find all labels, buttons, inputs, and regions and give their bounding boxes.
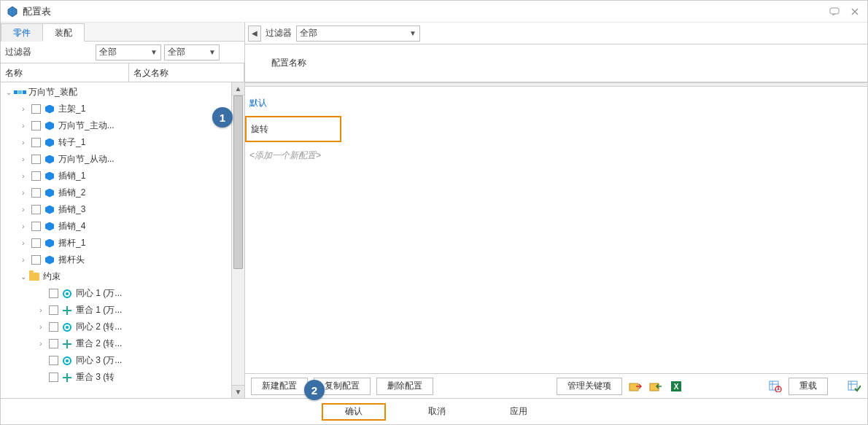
part-icon xyxy=(44,204,55,216)
new-config-button[interactable]: 新建配置 xyxy=(251,378,308,395)
speech-icon[interactable] xyxy=(828,5,841,18)
checkbox[interactable] xyxy=(31,155,41,164)
tree-scrollbar[interactable]: ▲ ▼ xyxy=(231,82,244,398)
tree-node[interactable]: ›主架_1 xyxy=(1,101,231,117)
tree-label: 约束 xyxy=(43,270,61,283)
tree-constraint[interactable]: ›同心 2 (转... xyxy=(1,319,231,335)
scroll-up-icon[interactable]: ▲ xyxy=(232,82,244,95)
checkbox[interactable] xyxy=(31,121,41,130)
tree-label: 重合 1 (万... xyxy=(76,304,122,316)
config-header: 配置名称 xyxy=(245,44,867,82)
table-check-icon[interactable] xyxy=(847,379,861,394)
concentric-icon xyxy=(61,288,73,300)
tree-node[interactable]: ›万向节_主动... xyxy=(1,117,231,134)
right-filter-row: ◀ 过滤器 全部 ▼ xyxy=(245,23,867,44)
expand-icon[interactable]: › xyxy=(18,189,28,197)
scroll-down-icon[interactable]: ▼ xyxy=(232,385,244,398)
checkbox[interactable] xyxy=(49,356,58,365)
part-icon xyxy=(44,254,55,266)
checkbox[interactable] xyxy=(31,104,41,114)
apply-button[interactable]: 应用 xyxy=(488,403,549,421)
tree-root[interactable]: ⌄ 万向节_装配 xyxy=(1,84,231,101)
tree-node[interactable]: ›摇杆头 xyxy=(1,252,231,268)
checkbox[interactable] xyxy=(49,305,58,315)
checkbox[interactable] xyxy=(31,238,41,248)
tree-constraint[interactable]: 重合 3 (转 xyxy=(1,369,231,386)
tree[interactable]: ⌄ 万向节_装配 ›主架_1 ›万向节_主动... ›转子_1 ›万向节_从动.… xyxy=(1,82,231,398)
scroll-track[interactable] xyxy=(232,95,244,385)
config-add-placeholder[interactable]: <添加一个新配置> xyxy=(245,142,867,168)
checkbox[interactable] xyxy=(49,322,58,332)
left-filter-combo-2[interactable]: 全部 ▼ xyxy=(164,44,220,61)
tab-assembly[interactable]: 装配 xyxy=(42,23,85,42)
checkbox[interactable] xyxy=(31,222,41,231)
checkbox[interactable] xyxy=(31,255,41,265)
tree-label: 重合 2 (转... xyxy=(76,338,122,350)
expand-icon[interactable]: › xyxy=(18,222,28,230)
tree-constraint[interactable]: 同心 3 (万... xyxy=(1,352,231,369)
tree-node[interactable]: ›插销_2 xyxy=(1,184,231,201)
reload-button[interactable]: 重载 xyxy=(788,378,828,395)
tree-node[interactable]: ›插销_1 xyxy=(1,168,231,184)
cancel-button[interactable]: 取消 xyxy=(406,403,468,421)
expand-icon[interactable]: › xyxy=(36,306,46,314)
manage-keys-button[interactable]: 管理关键项 xyxy=(557,378,622,395)
config-selected[interactable]: 旋转 xyxy=(245,116,341,142)
tree-header: 名称 名义名称 xyxy=(1,63,244,82)
tree-constraint[interactable]: 同心 1 (万... xyxy=(1,285,231,302)
expand-icon[interactable]: › xyxy=(18,206,28,214)
expand-icon[interactable]: › xyxy=(18,172,28,180)
tree-constraint[interactable]: ›重合 2 (转... xyxy=(1,335,231,352)
tree-constraints[interactable]: ⌄约束 xyxy=(1,268,231,285)
expand-icon[interactable]: ⌄ xyxy=(18,273,28,281)
expand-icon[interactable]: › xyxy=(36,340,46,348)
part-icon xyxy=(44,154,55,165)
expand-icon[interactable]: › xyxy=(18,239,28,247)
part-icon xyxy=(44,238,55,249)
expand-icon[interactable]: ⌄ xyxy=(4,88,14,96)
checkbox[interactable] xyxy=(31,171,41,181)
expand-icon[interactable]: › xyxy=(18,139,28,147)
folder-out-icon[interactable] xyxy=(628,379,643,394)
ok-button[interactable]: 确认 xyxy=(322,403,386,421)
expand-icon[interactable]: › xyxy=(18,105,28,113)
tree-node[interactable]: ›万向节_从动... xyxy=(1,151,231,168)
body: 零件 装配 过滤器 全部 ▼ 全部 ▼ 名称 名义名称 xyxy=(1,23,867,398)
checkbox[interactable] xyxy=(31,188,41,198)
expand-icon[interactable]: › xyxy=(18,155,28,163)
right-filter-combo[interactable]: 全部 ▼ xyxy=(296,26,420,42)
tree-node[interactable]: ›插销_4 xyxy=(1,218,231,235)
checkbox[interactable] xyxy=(49,373,58,382)
svg-text:X: X xyxy=(674,383,679,391)
window-title: 配置表 xyxy=(23,5,51,18)
tree-node[interactable]: ›摇杆_1 xyxy=(1,235,231,252)
table-sync-icon[interactable] xyxy=(768,379,783,394)
expand-icon[interactable]: › xyxy=(18,256,28,264)
app-icon xyxy=(7,6,18,17)
col-nominal[interactable]: 名义名称 xyxy=(129,63,244,82)
tree-node[interactable]: ›转子_1 xyxy=(1,134,231,151)
config-label: 默认 xyxy=(249,97,267,109)
tab-parts[interactable]: 零件 xyxy=(1,23,43,42)
chevron-down-icon: ▼ xyxy=(150,48,158,56)
col-name[interactable]: 名称 xyxy=(1,63,129,82)
checkbox[interactable] xyxy=(49,339,58,348)
right-toolbar: 新建配置 复制配置 删除配置 管理关键项 X 重载 xyxy=(245,373,867,398)
scroll-thumb[interactable] xyxy=(233,95,243,269)
part-icon xyxy=(44,120,55,132)
config-default[interactable]: 默认 xyxy=(245,90,867,116)
delete-config-button[interactable]: 删除配置 xyxy=(376,378,433,395)
combo-value: 全部 xyxy=(168,46,185,58)
checkbox[interactable] xyxy=(49,289,58,298)
expand-icon[interactable]: › xyxy=(36,323,46,331)
tree-constraint[interactable]: ›重合 1 (万... xyxy=(1,302,231,319)
left-filter-combo-1[interactable]: 全部 ▼ xyxy=(96,44,161,61)
tree-node[interactable]: ›插销_3 xyxy=(1,201,231,218)
excel-icon[interactable]: X xyxy=(669,379,683,394)
nav-left-button[interactable]: ◀ xyxy=(248,26,261,42)
folder-in-icon[interactable] xyxy=(648,379,663,394)
checkbox[interactable] xyxy=(31,138,41,147)
expand-icon[interactable]: › xyxy=(18,122,28,130)
checkbox[interactable] xyxy=(31,205,41,214)
close-icon[interactable] xyxy=(848,5,861,18)
